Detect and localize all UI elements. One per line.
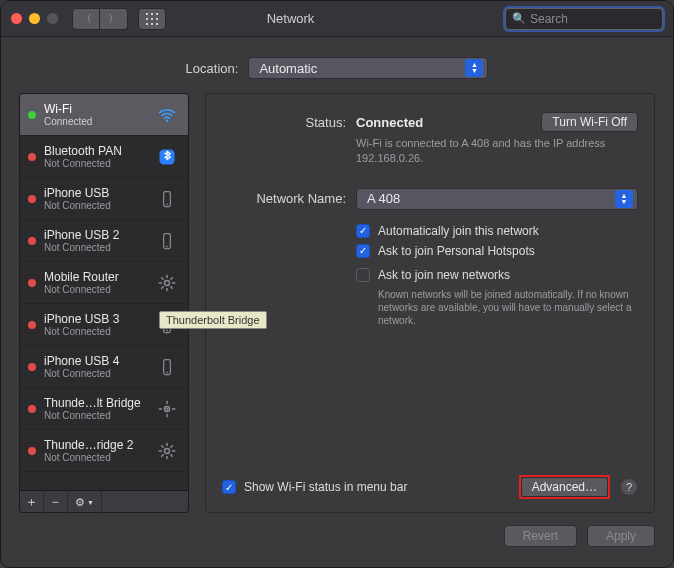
detail-pane: Status: Connected Turn Wi-Fi Off Wi-Fi i… bbox=[205, 93, 655, 513]
svg-point-15 bbox=[165, 280, 170, 285]
zoom-window-button bbox=[47, 13, 58, 24]
sidebar: Wi-Fi Connected Bluetooth PAN Not Connec… bbox=[19, 93, 189, 513]
service-name: Thunde…lt Bridge bbox=[44, 396, 146, 410]
status-dot-icon bbox=[28, 279, 36, 287]
location-select[interactable]: Automatic ▲▼ bbox=[248, 57, 488, 79]
search-placeholder: Search bbox=[530, 12, 568, 26]
svg-point-9 bbox=[166, 119, 169, 122]
service-text: iPhone USB Not Connected bbox=[44, 186, 146, 211]
network-name-select[interactable]: A 408 ▲▼ bbox=[356, 188, 638, 210]
minimize-window-button[interactable] bbox=[29, 13, 40, 24]
service-text: Thunde…lt Bridge Not Connected bbox=[44, 396, 146, 421]
advanced-button-highlight: Advanced… bbox=[519, 475, 610, 499]
status-description: Wi-Fi is connected to A 408 and has the … bbox=[356, 136, 638, 166]
service-name: Bluetooth PAN bbox=[44, 144, 146, 158]
network-name-label: Network Name: bbox=[222, 188, 346, 206]
main-area: Wi-Fi Connected Bluetooth PAN Not Connec… bbox=[19, 93, 655, 513]
status-dot-icon bbox=[28, 363, 36, 371]
service-list[interactable]: Wi-Fi Connected Bluetooth PAN Not Connec… bbox=[19, 93, 189, 491]
service-status: Not Connected bbox=[44, 200, 146, 211]
svg-point-12 bbox=[166, 203, 168, 205]
sidebar-item-wi-fi[interactable]: Wi-Fi Connected bbox=[20, 94, 188, 136]
service-text: Wi-Fi Connected bbox=[44, 102, 146, 127]
ask-new-label: Ask to join new networks bbox=[378, 268, 510, 282]
sidebar-item-thunde-ridge-2[interactable]: Thunde…ridge 2 Not Connected bbox=[20, 430, 188, 472]
status-dot-icon bbox=[28, 447, 36, 455]
status-value: Connected bbox=[356, 115, 423, 130]
sidebar-item-thunde-lt-bridge[interactable]: Thunde…lt Bridge Not Connected bbox=[20, 388, 188, 430]
phone-icon bbox=[154, 354, 180, 380]
service-status: Not Connected bbox=[44, 452, 146, 463]
close-window-button[interactable] bbox=[11, 13, 22, 24]
apply-button[interactable]: Apply bbox=[587, 525, 655, 547]
help-icon: ? bbox=[626, 481, 632, 493]
pane-bottom-row: ✓ Show Wi-Fi status in menu bar Advanced… bbox=[222, 474, 638, 500]
status-dot-icon bbox=[28, 195, 36, 203]
sidebar-item-iphone-usb-2[interactable]: iPhone USB 2 Not Connected bbox=[20, 220, 188, 262]
status-dot-icon bbox=[28, 405, 36, 413]
service-text: iPhone USB 3 Not Connected bbox=[44, 312, 146, 337]
service-name: iPhone USB bbox=[44, 186, 146, 200]
remove-service-button[interactable]: － bbox=[44, 491, 68, 513]
service-text: Bluetooth PAN Not Connected bbox=[44, 144, 146, 169]
service-text: iPhone USB 2 Not Connected bbox=[44, 228, 146, 253]
ask-hotspot-checkbox-row: ✓ Ask to join Personal Hotspots bbox=[356, 244, 638, 258]
sidebar-item-iphone-usb-4[interactable]: iPhone USB 4 Not Connected bbox=[20, 346, 188, 388]
revert-button[interactable]: Revert bbox=[504, 525, 577, 547]
service-name: iPhone USB 4 bbox=[44, 354, 146, 368]
content-area: Location: Automatic ▲▼ Wi-Fi Connected B… bbox=[1, 37, 673, 513]
help-button[interactable]: ? bbox=[620, 478, 638, 496]
select-arrows-icon: ▲▼ bbox=[465, 59, 483, 77]
svg-point-17 bbox=[166, 329, 168, 331]
phone-icon bbox=[154, 186, 180, 212]
wifi-icon bbox=[154, 102, 180, 128]
location-value: Automatic bbox=[259, 61, 317, 76]
auto-join-checkbox[interactable]: ✓ bbox=[356, 224, 370, 238]
advanced-button[interactable]: Advanced… bbox=[521, 477, 608, 497]
bluetooth-icon bbox=[154, 144, 180, 170]
select-arrows-icon: ▲▼ bbox=[615, 190, 633, 208]
service-text: Thunde…ridge 2 Not Connected bbox=[44, 438, 146, 463]
status-dot-icon bbox=[28, 237, 36, 245]
sidebar-item-mobile-router[interactable]: Mobile Router Not Connected bbox=[20, 262, 188, 304]
status-label: Status: bbox=[222, 112, 346, 130]
svg-point-14 bbox=[166, 245, 168, 247]
sidebar-item-iphone-usb[interactable]: iPhone USB Not Connected bbox=[20, 178, 188, 220]
tooltip: Thunderbolt Bridge bbox=[159, 311, 267, 329]
status-dot-icon bbox=[28, 153, 36, 161]
service-status: Not Connected bbox=[44, 158, 146, 169]
service-text: Mobile Router Not Connected bbox=[44, 270, 146, 295]
auto-join-checkbox-row: ✓ Automatically join this network bbox=[356, 224, 638, 238]
status-dot-icon bbox=[28, 321, 36, 329]
gear-icon: ⚙ bbox=[75, 496, 85, 509]
titlebar: 〈 〉 Network 🔍 Search bbox=[1, 1, 673, 37]
chevron-down-icon: ▼ bbox=[87, 499, 94, 506]
service-name: iPhone USB 3 bbox=[44, 312, 146, 326]
service-actions-menu[interactable]: ⚙▼ bbox=[68, 491, 102, 513]
location-row: Location: Automatic ▲▼ bbox=[19, 57, 655, 79]
service-status: Not Connected bbox=[44, 368, 146, 379]
service-name: Mobile Router bbox=[44, 270, 146, 284]
service-status: Not Connected bbox=[44, 242, 146, 253]
add-service-button[interactable]: ＋ bbox=[20, 491, 44, 513]
show-status-checkbox[interactable]: ✓ bbox=[222, 480, 236, 494]
thunderbolt-icon bbox=[154, 396, 180, 422]
ask-hotspot-checkbox[interactable]: ✓ bbox=[356, 244, 370, 258]
service-status: Connected bbox=[44, 116, 146, 127]
ask-new-checkbox[interactable] bbox=[356, 268, 370, 282]
show-status-checkbox-row: ✓ Show Wi-Fi status in menu bar bbox=[222, 480, 407, 494]
footer: Revert Apply bbox=[1, 513, 673, 559]
known-networks-description: Known networks will be joined automatica… bbox=[378, 288, 638, 327]
phone-icon bbox=[154, 228, 180, 254]
search-field[interactable]: 🔍 Search bbox=[505, 8, 663, 30]
show-status-label: Show Wi-Fi status in menu bar bbox=[244, 480, 407, 494]
ask-new-checkbox-row: Ask to join new networks bbox=[356, 268, 638, 282]
service-status: Not Connected bbox=[44, 410, 146, 421]
service-status: Not Connected bbox=[44, 284, 146, 295]
ethernet-icon bbox=[154, 270, 180, 296]
network-name-row: Network Name: A 408 ▲▼ ✓ Automatically j… bbox=[222, 188, 638, 327]
sidebar-item-bluetooth-pan[interactable]: Bluetooth PAN Not Connected bbox=[20, 136, 188, 178]
turn-wifi-off-button[interactable]: Turn Wi-Fi Off bbox=[541, 112, 638, 132]
service-name: Thunde…ridge 2 bbox=[44, 438, 146, 452]
status-row: Status: Connected Turn Wi-Fi Off Wi-Fi i… bbox=[222, 112, 638, 166]
